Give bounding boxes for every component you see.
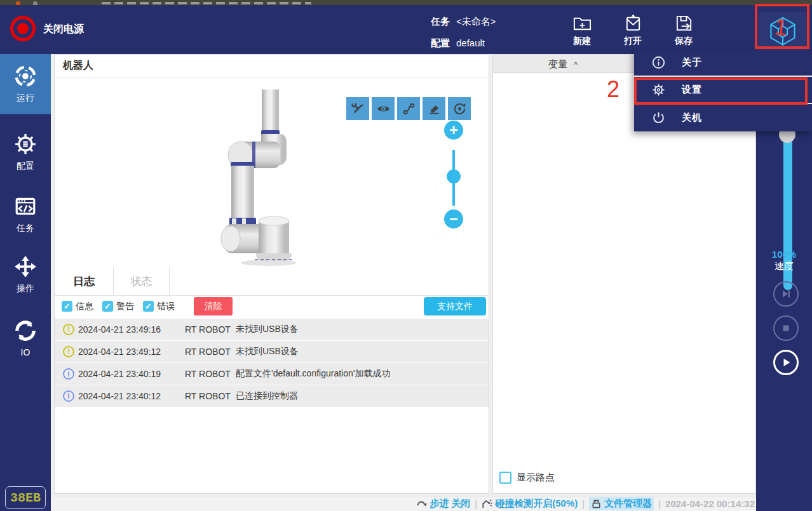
filter-info-label: 信息 [76, 301, 93, 312]
top-header: 关闭电源 任务<未命名> 配置default 新建 打开 保存 [0, 5, 812, 54]
task-code-icon [14, 195, 37, 218]
sidebar-item-io[interactable]: IO [0, 308, 51, 368]
sidebar-item-task[interactable]: 任务 [0, 184, 51, 244]
log-source: RT ROBOT [185, 324, 231, 335]
log-row[interactable]: i 2024-04-21 23:40:12 RT ROBOT 已连接到控制器 [55, 385, 489, 407]
sidebar-label: 运行 [17, 93, 34, 104]
sidebar-item-operate[interactable]: 操作 [0, 244, 51, 305]
rotate-view-button[interactable] [448, 97, 471, 120]
tab-status[interactable]: 状态 [114, 267, 170, 295]
app-logo-icon [768, 15, 797, 48]
tools-button[interactable] [346, 97, 369, 120]
log-message: 配置文件'default.configuration'加载成功 [236, 368, 390, 380]
step-arrow-icon [416, 498, 427, 509]
clear-log-button[interactable]: 清除 [194, 297, 233, 315]
sidebar-item-config[interactable]: 配置 [0, 122, 51, 182]
log-list: ! 2024-04-21 23:49:16 RT ROBOT 未找到USB设备 … [55, 319, 489, 407]
io-arrows-icon [14, 319, 37, 342]
visibility-button[interactable] [372, 97, 395, 120]
menu-item-about[interactable]: 关于 [634, 50, 812, 77]
operate-arrows-icon [14, 255, 37, 278]
collision-detection-status[interactable]: 碰撞检测开启(50%) [482, 498, 578, 510]
step-forward-button[interactable] [773, 281, 799, 307]
log-tab-bar: 日志 状态 [55, 267, 489, 296]
filter-error-checkbox[interactable]: ✓ [143, 301, 154, 312]
open-task-button[interactable]: 打开 [613, 13, 653, 51]
tab-log[interactable]: 日志 [55, 267, 114, 295]
power-icon [652, 111, 665, 124]
sidebar-label: 操作 [17, 283, 34, 295]
new-folder-icon [572, 13, 592, 33]
eraser-button[interactable] [423, 97, 445, 120]
robot-panel: 机器人 [54, 54, 489, 494]
play-icon [780, 356, 792, 369]
left-sidebar: 运行 配置 任务 [0, 54, 51, 511]
eraser-icon [427, 102, 442, 116]
step-mode-status[interactable]: 步进 关闭 [416, 498, 470, 510]
menu-item-shutdown[interactable]: 关机 [634, 104, 812, 131]
robot-arm-image [217, 81, 299, 266]
new-task-label: 新建 [573, 36, 591, 47]
log-source: RT ROBOT [185, 347, 231, 357]
path-button[interactable] [397, 97, 420, 120]
sidebar-label: IO [21, 347, 30, 357]
info-icon [652, 56, 665, 69]
task-value: <未命名> [456, 16, 496, 27]
gear-icon [652, 83, 665, 96]
log-time: 2024-04-21 23:40:19 [78, 369, 161, 379]
log-filter-row: ✓ 信息 ✓ 警告 ✓ 错误 清除 支持文件 [55, 296, 489, 317]
app-menu-button[interactable] [759, 12, 807, 51]
show-waypoints-toggle[interactable]: 显示路点 [499, 472, 555, 484]
robot-panel-title: 机器人 [63, 59, 93, 72]
support-files-button[interactable]: 支持文件 [424, 297, 486, 315]
config-value: default [456, 37, 485, 48]
robot-3d-view[interactable]: + − [55, 77, 489, 267]
warning-icon: ! [63, 346, 74, 357]
stop-icon [780, 322, 792, 335]
open-file-icon [623, 13, 643, 33]
menu-shutdown-label: 关机 [682, 112, 702, 124]
new-task-button[interactable]: 新建 [562, 13, 602, 51]
variables-title[interactable]: 变量^ [548, 58, 578, 70]
collapse-chevron-icon[interactable]: ^ [574, 60, 578, 69]
log-row[interactable]: ! 2024-04-21 23:49:12 RT ROBOT 未找到USB设备 [55, 341, 489, 362]
app-window: 关闭电源 任务<未命名> 配置default 新建 打开 保存 [0, 0, 812, 511]
log-source: RT ROBOT [185, 369, 231, 379]
menu-about-label: 关于 [682, 56, 702, 69]
show-waypoints-checkbox[interactable] [499, 472, 511, 484]
warning-icon: ! [63, 324, 74, 335]
filter-info-checkbox[interactable]: ✓ [62, 301, 72, 312]
task-label: 任务 [431, 16, 450, 27]
log-row[interactable]: i 2024-04-21 23:40:19 RT ROBOT 配置文件'defa… [55, 363, 489, 385]
variables-title-text: 变量 [548, 58, 567, 69]
menu-item-settings[interactable]: 设置 [634, 77, 812, 104]
config-row: 配置default [431, 37, 485, 50]
filter-error-label: 错误 [157, 301, 175, 312]
save-task-button[interactable]: 保存 [664, 13, 703, 51]
status-badge: 38EB [5, 486, 46, 509]
step-mode-label: 步进 关闭 [430, 498, 470, 510]
play-button[interactable] [773, 350, 799, 375]
zoom-out-button[interactable]: − [444, 209, 463, 229]
log-time: 2024-04-21 23:49:12 [78, 347, 161, 357]
robot-panel-header: 机器人 [55, 55, 489, 77]
power-off-button[interactable] [10, 16, 36, 41]
filter-warning-label: 警告 [116, 301, 134, 312]
sidebar-item-run[interactable]: 运行 [0, 54, 51, 114]
zoom-in-button[interactable]: + [444, 121, 463, 140]
open-task-label: 打开 [624, 36, 642, 47]
filter-warning-checkbox[interactable]: ✓ [102, 301, 113, 312]
rotate-icon [452, 102, 467, 116]
power-off-label: 关闭电源 [43, 23, 84, 36]
log-row[interactable]: ! 2024-04-21 23:49:16 RT ROBOT 未找到USB设备 [55, 319, 489, 340]
log-time: 2024-04-21 23:40:12 [78, 391, 161, 401]
power-off-icon [17, 23, 29, 34]
zoom-slider-knob[interactable] [447, 169, 461, 183]
run-icon [14, 65, 37, 88]
task-row: 任务<未命名> [431, 16, 496, 28]
sidebar-label: 配置 [17, 161, 34, 172]
file-manager-button[interactable]: 文件管理器 [589, 497, 654, 510]
info-icon: i [63, 390, 74, 402]
info-icon: i [63, 368, 74, 380]
stop-button[interactable] [773, 315, 799, 341]
